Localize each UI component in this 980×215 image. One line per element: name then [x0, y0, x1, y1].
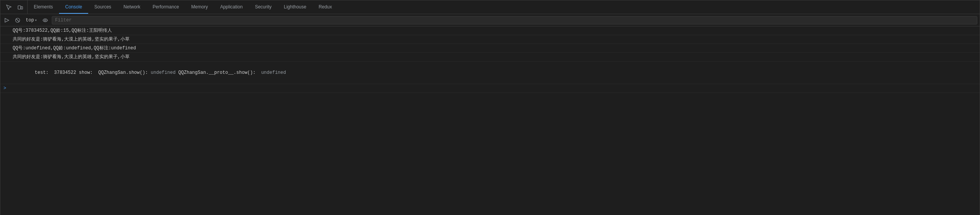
eye-button[interactable] — [41, 16, 49, 24]
console-line: test: 37834522 show: QQZhangSan.show(): … — [0, 62, 980, 84]
console-line: QQ号:undefined,QQ龄:undefined,QQ标注:undefin… — [0, 44, 980, 53]
console-line: 共同的好友是:骑驴看海,大漠上的英雄,坚实的果子,小草 — [0, 53, 980, 62]
tab-performance[interactable]: Performance — [146, 0, 185, 14]
tab-redux[interactable]: Redux — [312, 0, 338, 14]
console-line: 共同的好友是:骑驴看海,大漠上的英雄,坚实的果子,小草 — [0, 35, 980, 44]
svg-point-5 — [44, 20, 46, 21]
console-clear-button[interactable] — [13, 16, 22, 24]
console-toolbar: top ▾ — [0, 14, 980, 26]
filter-input[interactable] — [52, 16, 977, 24]
tab-memory[interactable]: Memory — [185, 0, 214, 14]
svg-rect-1 — [21, 7, 23, 9]
inspect-element-button[interactable] — [4, 3, 13, 12]
prompt-symbol: > — [3, 85, 6, 92]
console-line: QQ号:37834522,QQ龄:15,QQ标注:王阳明传人 — [0, 26, 980, 35]
selector-arrow-icon: ▾ — [35, 18, 37, 23]
tabs-toolbar: Elements Console Sources Network Perform… — [0, 0, 980, 14]
tab-application[interactable]: Application — [214, 0, 249, 14]
console-prompt-line[interactable]: > — [0, 84, 980, 93]
tab-network[interactable]: Network — [117, 0, 146, 14]
svg-rect-0 — [18, 6, 21, 9]
console-output: QQ号:37834522,QQ龄:15,QQ标注:王阳明传人 共同的好友是:骑驴… — [0, 26, 980, 215]
tab-sources[interactable]: Sources — [88, 0, 117, 14]
svg-marker-2 — [5, 18, 9, 22]
tab-console[interactable]: Console — [59, 0, 88, 14]
tab-elements[interactable]: Elements — [28, 0, 59, 14]
device-toggle-button[interactable] — [16, 3, 25, 12]
devtools-window: Elements Console Sources Network Perform… — [0, 0, 980, 215]
tab-lighthouse[interactable]: Lighthouse — [278, 0, 312, 14]
context-selector[interactable]: top ▾ — [24, 17, 39, 24]
tab-security[interactable]: Security — [249, 0, 278, 14]
tabs-bar: Elements Console Sources Network Perform… — [28, 0, 978, 14]
svg-line-4 — [16, 19, 19, 22]
console-execute-button[interactable] — [3, 16, 11, 24]
toolbar-icons-group — [2, 0, 28, 14]
